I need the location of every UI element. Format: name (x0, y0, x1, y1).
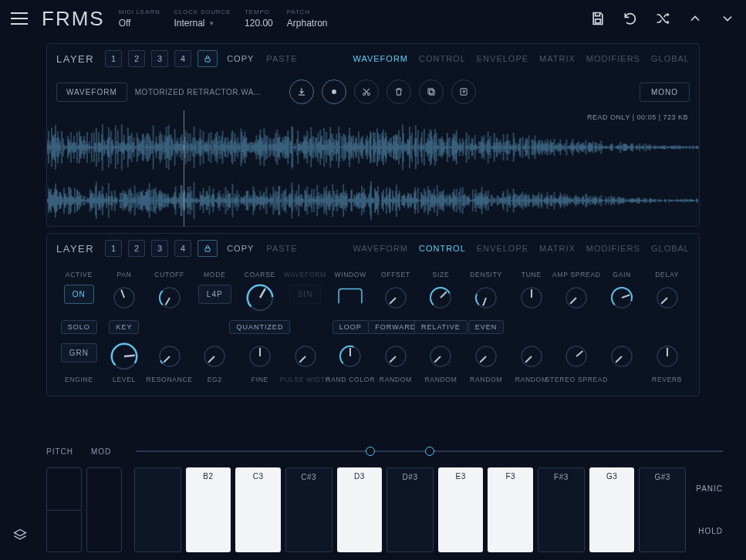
piano-key[interactable]: G#3 (639, 467, 686, 552)
piano-key[interactable]: C3 (235, 467, 281, 552)
layer-2-button[interactable]: 2 (128, 50, 145, 67)
copy-button[interactable]: COPY (224, 244, 257, 253)
sample-name[interactable]: MOTORIZED RETRACTOR.WAV / 44100 / ... (135, 88, 266, 96)
layer-3-button[interactable]: 3 (151, 50, 168, 67)
toggle-button[interactable]: KEY (109, 320, 139, 334)
engine-button[interactable]: GRN (61, 343, 97, 363)
waveform-type-button[interactable]: WAVEFORM (56, 83, 127, 102)
piano-key[interactable]: E3 (438, 467, 484, 552)
cut-icon[interactable] (354, 79, 379, 104)
toggle-button[interactable]: EVEN (468, 320, 505, 334)
knob[interactable] (383, 343, 409, 369)
knob[interactable] (518, 285, 545, 311)
hold-button[interactable]: HOLD (690, 527, 723, 535)
toggle-button[interactable]: SOLO (61, 320, 97, 334)
knob[interactable] (563, 343, 589, 369)
patch-field[interactable]: PATCH Arphatron (287, 8, 328, 29)
tab-waveform[interactable]: WAVEFORM (353, 244, 408, 253)
window-shape[interactable] (336, 285, 365, 306)
mode-button[interactable]: ON (64, 285, 94, 304)
tab-modifiers[interactable]: MODIFIERS (586, 244, 640, 253)
tempo-field[interactable]: TEMPO 120.00 (245, 8, 273, 29)
tab-matrix[interactable]: MATRIX (539, 54, 576, 63)
knob[interactable] (244, 282, 277, 315)
tab-global[interactable]: GLOBAL (651, 244, 690, 253)
pitch-pad[interactable] (46, 467, 82, 552)
mode-button[interactable]: L4P (198, 285, 231, 304)
tab-envelope[interactable]: ENVELOPE (477, 244, 528, 253)
waveform-display[interactable]: READ ONLY | 00:05 | 723 KB (47, 110, 699, 226)
menu-icon[interactable] (11, 12, 28, 25)
toggle-button[interactable]: LOOP (332, 320, 369, 334)
mod-pad[interactable] (86, 467, 122, 552)
knob[interactable] (654, 285, 680, 311)
knob[interactable] (201, 343, 228, 369)
piano-key[interactable] (134, 467, 181, 552)
knob[interactable] (518, 343, 545, 369)
piano-key[interactable]: G3 (589, 467, 635, 552)
mono-button[interactable]: MONO (640, 83, 690, 102)
knob[interactable] (427, 285, 454, 311)
piano-key[interactable]: C#3 (285, 467, 332, 552)
piano-key[interactable]: B2 (186, 467, 231, 552)
piano-key[interactable]: D3 (337, 467, 383, 552)
tab-waveform[interactable]: WAVEFORM (353, 54, 408, 63)
tab-envelope[interactable]: ENVELOPE (477, 54, 528, 63)
paste-button[interactable]: PASTE (263, 244, 300, 253)
play-marker[interactable] (184, 110, 184, 226)
clock-source-field[interactable]: CLOCK SOURCE Internal▾ (174, 8, 231, 29)
piano-key[interactable]: F#3 (538, 467, 585, 552)
trash-icon[interactable] (387, 79, 411, 104)
toggle-button[interactable]: RELATIVE (414, 320, 468, 334)
knob[interactable] (654, 343, 680, 369)
knob[interactable] (473, 343, 499, 369)
undo-icon[interactable] (623, 11, 638, 26)
tab-control[interactable]: CONTROL (419, 54, 466, 63)
record-icon[interactable] (322, 79, 346, 104)
piano-key[interactable]: D#3 (387, 467, 434, 552)
knob[interactable] (563, 285, 589, 311)
piano-key[interactable]: F3 (488, 467, 533, 552)
duplicate-icon[interactable] (419, 79, 444, 104)
slider-thumb-right[interactable] (425, 447, 434, 456)
layers-icon[interactable] (12, 528, 28, 545)
knob[interactable] (473, 285, 499, 311)
tab-modifiers[interactable]: MODIFIERS (586, 54, 640, 63)
tab-global[interactable]: GLOBAL (651, 54, 690, 63)
knob[interactable] (108, 340, 141, 373)
prev-patch-icon[interactable] (687, 11, 703, 26)
layer-3-button[interactable]: 3 (151, 240, 168, 257)
lock-icon[interactable] (197, 240, 218, 257)
knob[interactable] (337, 343, 363, 369)
layer-2-button[interactable]: 2 (128, 240, 145, 257)
midi-learn-field[interactable]: MIDI LEARN Off (119, 8, 160, 29)
knob[interactable] (292, 343, 319, 369)
download-icon[interactable] (289, 79, 314, 104)
tab-control[interactable]: CONTROL (419, 244, 466, 253)
export-icon[interactable] (451, 79, 476, 104)
knob[interactable] (609, 285, 635, 311)
next-patch-icon[interactable] (720, 11, 735, 26)
keyboard-range-slider[interactable] (136, 450, 723, 452)
tab-matrix[interactable]: MATRIX (539, 244, 576, 253)
mode-button[interactable]: SIN (289, 285, 322, 304)
knob[interactable] (111, 285, 137, 311)
layer-4-button[interactable]: 4 (174, 50, 191, 67)
paste-button[interactable]: PASTE (263, 54, 300, 63)
knob[interactable] (383, 285, 409, 311)
shuffle-icon[interactable] (655, 11, 670, 26)
layer-4-button[interactable]: 4 (174, 240, 191, 257)
panic-button[interactable]: PANIC (690, 484, 723, 493)
layer-1-button[interactable]: 1 (105, 50, 122, 67)
knob[interactable] (427, 343, 454, 369)
copy-button[interactable]: COPY (224, 54, 257, 63)
knob[interactable] (609, 343, 635, 369)
toggle-button[interactable]: QUANTIZED (229, 320, 290, 334)
knob[interactable] (157, 285, 183, 311)
layer-1-button[interactable]: 1 (105, 240, 122, 257)
save-icon[interactable] (590, 11, 606, 26)
knob[interactable] (157, 343, 183, 369)
lock-icon[interactable] (197, 50, 218, 67)
knob[interactable] (247, 343, 273, 369)
slider-thumb-left[interactable] (366, 447, 375, 456)
